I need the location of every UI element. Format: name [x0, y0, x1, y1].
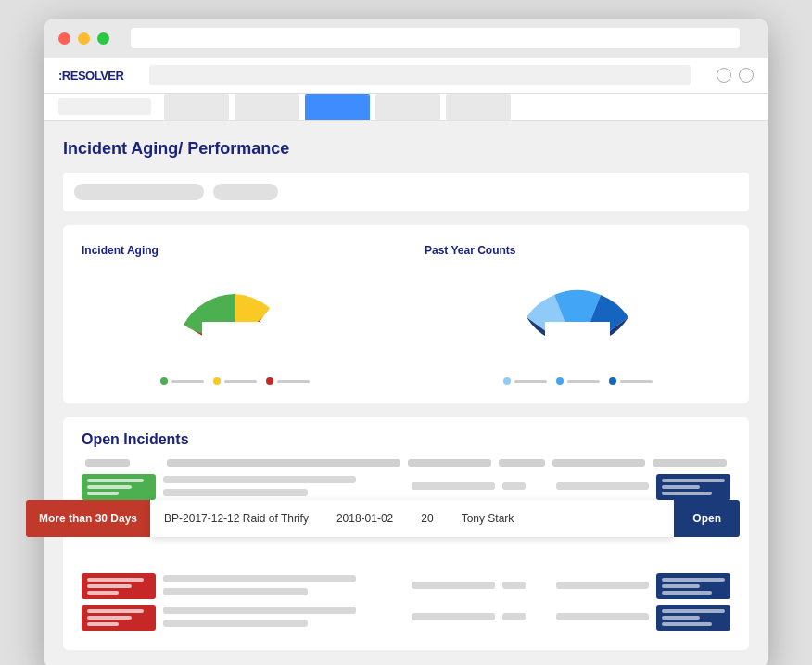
nav-tab-1[interactable]	[164, 94, 229, 120]
legend-item-darkblue	[609, 377, 653, 385]
row3-date	[412, 582, 495, 592]
legend-line-lightblue	[514, 380, 547, 383]
incidents-section: Open Incidents	[63, 417, 749, 650]
nav-tab-3[interactable]	[305, 94, 370, 120]
row4-owner	[556, 613, 649, 623]
nav-dropdown[interactable]	[58, 98, 151, 115]
tooltip-number: 20	[421, 512, 433, 525]
legend-item-lightblue	[503, 377, 547, 385]
row4-date	[412, 613, 495, 623]
tooltip-data: BP-2017-12-12 Raid of Thrify 2018-01-02 …	[150, 500, 674, 537]
row1-date	[412, 482, 495, 492]
row3-status-badge	[656, 573, 730, 599]
row4-status	[656, 605, 730, 631]
row3-indicator	[82, 573, 156, 599]
legend-item-yellow	[213, 377, 257, 385]
col-header-name	[167, 459, 400, 467]
col-header-num	[499, 459, 545, 467]
tooltip-overlay: More than 30 Days BP-2017-12-12 Raid of …	[26, 500, 740, 537]
row3-status	[656, 573, 730, 599]
tooltip-date: 2018-01-02	[336, 512, 393, 525]
legend-line-darkblue	[620, 380, 653, 383]
legend-dot-red	[266, 377, 273, 385]
past-year-title: Past Year Counts	[425, 244, 730, 257]
col-header-owner	[552, 459, 645, 467]
past-year-legend	[425, 377, 730, 385]
tooltip-name: BP-2017-12-12 Raid of Thrify	[164, 512, 309, 525]
legend-line-yellow	[224, 380, 257, 383]
traffic-light-green[interactable]	[97, 32, 109, 45]
incident-aging-legend	[82, 377, 387, 385]
toolbar-search[interactable]	[149, 65, 691, 85]
page-title: Incident Aging/ Performance	[63, 139, 749, 159]
table-row[interactable]	[82, 573, 730, 599]
toolbar-icon-2[interactable]	[739, 68, 754, 83]
filter-bar	[63, 173, 749, 211]
table-row[interactable]: More than 30 Days BP-2017-12-12 Raid of …	[82, 505, 730, 531]
legend-item-medblue	[556, 377, 600, 385]
open-incidents-title: Open Incidents	[82, 431, 730, 448]
col-header-indicator	[85, 459, 130, 467]
tooltip-label: More than 30 Days	[26, 500, 150, 537]
table-row[interactable]	[82, 605, 730, 631]
svg-rect-1	[202, 322, 267, 354]
tooltip-owner: Tony Stark	[462, 512, 514, 525]
legend-dot-lightblue	[503, 377, 511, 385]
row3-owner	[556, 582, 649, 592]
brand-logo: :RESOLVER	[58, 69, 123, 83]
legend-line-medblue	[567, 380, 600, 383]
page-content: Incident Aging/ Performance Incident Agi…	[44, 121, 768, 665]
legend-dot-darkblue	[609, 377, 616, 385]
filter-pill-2[interactable]	[213, 184, 278, 200]
row1-indicator	[82, 474, 156, 500]
incident-aging-title: Incident Aging	[82, 244, 387, 257]
legend-item-red	[266, 377, 310, 385]
nav-tab-5[interactable]	[446, 94, 511, 120]
app-toolbar: :RESOLVER	[44, 58, 768, 94]
row4-name	[163, 607, 404, 630]
legend-item-green	[160, 377, 204, 385]
col-header-date	[408, 459, 491, 467]
traffic-light-yellow[interactable]	[78, 32, 90, 45]
row3-name	[163, 575, 404, 598]
table-row[interactable]	[82, 474, 730, 500]
filter-pill-1[interactable]	[74, 184, 204, 200]
past-year-donut	[425, 271, 730, 364]
legend-line-red	[277, 380, 310, 383]
browser-window: :RESOLVER Incident Aging/ Performance In…	[44, 19, 768, 665]
tooltip-status: Open	[674, 500, 740, 537]
row3-num	[502, 582, 549, 592]
nav-tab-2[interactable]	[235, 94, 299, 120]
traffic-light-red[interactable]	[58, 32, 70, 45]
legend-dot-green	[160, 377, 168, 385]
row1-status-badge	[656, 474, 730, 500]
row1-owner	[556, 482, 649, 492]
legend-line-green	[171, 380, 204, 383]
browser-titlebar	[44, 19, 768, 58]
row1-status	[656, 474, 730, 500]
row4-num	[502, 613, 549, 623]
svg-rect-3	[545, 322, 610, 354]
url-bar[interactable]	[131, 28, 740, 48]
charts-section: Incident Aging	[63, 225, 749, 403]
charts-row: Incident Aging	[82, 244, 730, 385]
incident-aging-chart: Incident Aging	[82, 244, 387, 385]
table-header	[82, 459, 730, 467]
row4-indicator	[82, 605, 156, 631]
incident-aging-donut	[82, 271, 387, 364]
row4-status-badge	[656, 605, 730, 631]
row1-num	[502, 482, 549, 492]
past-year-chart: Past Year Counts	[425, 244, 730, 385]
row1-name	[163, 476, 404, 499]
legend-dot-yellow	[213, 377, 221, 385]
legend-dot-medblue	[556, 377, 564, 385]
col-header-status	[653, 459, 727, 467]
toolbar-icons	[717, 68, 754, 83]
toolbar-icon-1[interactable]	[717, 68, 731, 83]
nav-tabs-bar	[44, 94, 768, 121]
nav-tab-4[interactable]	[375, 94, 440, 120]
